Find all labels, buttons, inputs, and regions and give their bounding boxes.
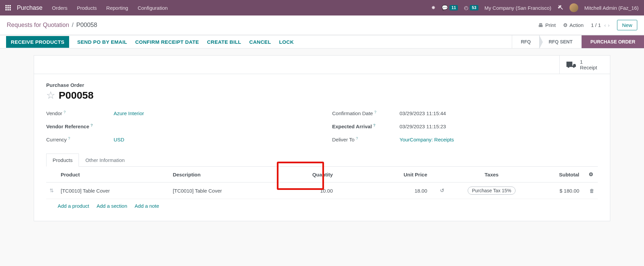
currency-label: Currency [46, 137, 67, 142]
expected-label: Expected Arrival [332, 124, 372, 129]
cancel-button[interactable]: CANCEL [249, 39, 271, 45]
cell-description[interactable]: [TC0010] Table Cover [169, 182, 281, 199]
stage-rfq-sent[interactable]: RFQ SENT [539, 35, 581, 48]
pager: 1 / 1 ‹ › [591, 22, 610, 28]
receipt-label: Receipt [580, 65, 597, 70]
stage-bar: RFQ RFQ SENT PURCHASE ORDER [512, 35, 644, 48]
button-box: 1 Receipt [34, 56, 610, 74]
vendor-field[interactable]: Azure Interior [114, 110, 144, 116]
top-nav: Purchase Orders Products Reporting Confi… [0, 0, 644, 15]
menu-reporting[interactable]: Reporting [106, 5, 128, 11]
truck-icon [566, 60, 576, 69]
drag-handle-icon[interactable]: ⇅ [50, 188, 54, 193]
confirm-receipt-button[interactable]: CONFIRM RECEIPT DATE [135, 39, 199, 45]
vendor-label: Vendor [46, 110, 62, 116]
column-options-icon[interactable]: ⚙ [589, 171, 593, 177]
chat-icon: 💬 [442, 5, 448, 11]
help-icon[interactable]: ? [356, 136, 358, 140]
receipt-stat-button[interactable]: 1 Receipt [559, 56, 610, 74]
control-bar: Requests for Quotation / P00058 🖶 Print … [0, 15, 644, 35]
clock-icon: ◴ [464, 5, 468, 11]
menu-orders[interactable]: Orders [52, 5, 67, 11]
receive-products-button[interactable]: RECEIVE PRODUCTS [6, 36, 69, 48]
lock-button[interactable]: LOCK [279, 39, 294, 45]
pager-count: 1 / 1 [591, 22, 601, 28]
create-bill-button[interactable]: CREATE BILL [207, 39, 241, 45]
col-taxes: Taxes [448, 167, 535, 182]
add-product-button[interactable]: Add a product [58, 203, 89, 209]
stage-purchase-order[interactable]: PURCHASE ORDER [581, 35, 644, 48]
avatar[interactable] [569, 3, 578, 12]
history-icon[interactable]: ↺ [440, 188, 444, 193]
gear-icon: ⚙ [563, 22, 567, 28]
activity-badge: 53 [470, 5, 478, 10]
company-switcher[interactable]: My Company (San Francisco) [485, 5, 551, 11]
receipt-count: 1 [580, 59, 597, 65]
bug-icon[interactable]: ✸ [431, 5, 436, 11]
app-brand[interactable]: Purchase [17, 4, 42, 11]
col-product: Product [57, 167, 169, 182]
expected-field[interactable]: 03/29/2023 11:15:23 [400, 124, 446, 129]
add-note-button[interactable]: Add a note [135, 203, 159, 209]
menu-products[interactable]: Products [77, 5, 97, 11]
tools-icon[interactable] [557, 4, 563, 11]
cell-product[interactable]: [TC0010] Table Cover [57, 182, 169, 199]
po-title: P00058 [59, 90, 93, 101]
confirm-date-field: 03/29/2023 11:15:44 [400, 110, 446, 116]
tax-pill[interactable]: Purchase Tax 15% [468, 187, 516, 195]
tabs: Products Other Information [46, 153, 598, 167]
vendor-ref-label: Vendor Reference [46, 124, 89, 129]
help-icon[interactable]: ? [91, 123, 93, 127]
help-icon[interactable]: ? [373, 123, 376, 127]
col-quantity: Quantity [282, 167, 336, 182]
messaging-button[interactable]: 💬 11 [442, 5, 458, 11]
tab-products[interactable]: Products [46, 154, 79, 167]
title-label: Purchase Order [46, 82, 598, 88]
col-subtotal: Subtotal [535, 167, 583, 182]
top-menu: Orders Products Reporting Configuration [52, 5, 168, 11]
breadcrumb-sep: / [72, 22, 74, 29]
send-po-button[interactable]: SEND PO BY EMAIL [77, 39, 127, 45]
msg-badge: 11 [449, 5, 458, 10]
confirm-date-label: Confirmation Date [332, 110, 373, 116]
table-row[interactable]: ⇅ [TC0010] Table Cover [TC0010] Table Co… [46, 182, 598, 199]
cell-subtotal: $ 180.00 [535, 182, 583, 199]
form-sheet: 1 Receipt Purchase Order ☆ P00058 Vendor… [34, 55, 610, 221]
action-button[interactable]: ⚙ Action [563, 22, 584, 28]
apps-icon[interactable] [5, 5, 11, 10]
col-unit-price: Unit Price [336, 167, 431, 182]
star-icon[interactable]: ☆ [46, 89, 55, 101]
print-icon: 🖶 [538, 22, 543, 28]
print-button[interactable]: 🖶 Print [538, 22, 556, 28]
status-bar: RECEIVE PRODUCTS SEND PO BY EMAIL CONFIR… [0, 35, 644, 48]
help-icon[interactable]: ? [374, 110, 376, 114]
menu-configuration[interactable]: Configuration [138, 5, 168, 11]
breadcrumb-current: P00058 [76, 22, 97, 29]
currency-field[interactable]: USD [114, 137, 124, 142]
deliver-field[interactable]: YourCompany: Receipts [400, 137, 454, 142]
user-menu[interactable]: Mitchell Admin (Faz_16) [584, 5, 639, 11]
tab-other-info[interactable]: Other Information [79, 154, 131, 167]
help-icon[interactable]: ? [68, 136, 70, 140]
breadcrumb-root[interactable]: Requests for Quotation [7, 22, 69, 29]
trash-icon[interactable]: 🗑 [589, 188, 594, 194]
new-button[interactable]: New [617, 20, 637, 30]
col-description: Description [169, 167, 281, 182]
activity-button[interactable]: ◴ 53 [464, 5, 478, 11]
order-lines-table: Product Description Quantity Unit Price … [46, 167, 598, 213]
pager-prev-icon[interactable]: ‹ [604, 22, 606, 28]
stage-rfq[interactable]: RFQ [512, 35, 540, 48]
help-icon[interactable]: ? [64, 110, 66, 114]
print-label: Print [545, 22, 556, 28]
pager-next-icon[interactable]: › [608, 22, 610, 28]
deliver-label: Deliver To [332, 137, 354, 142]
add-section-button[interactable]: Add a section [96, 203, 127, 209]
action-label: Action [569, 22, 584, 28]
cell-unit-price[interactable]: 18.00 [336, 182, 431, 199]
cell-quantity[interactable]: 10.00 [282, 182, 336, 199]
